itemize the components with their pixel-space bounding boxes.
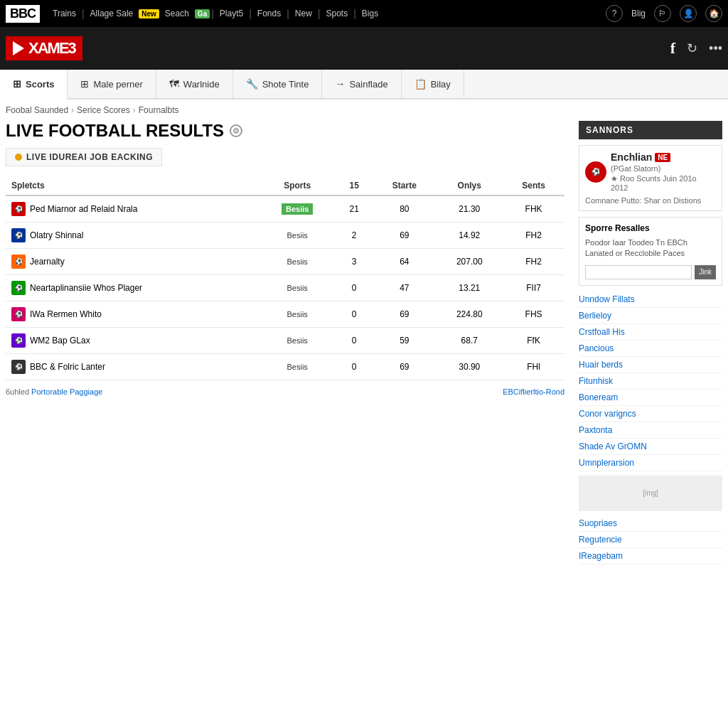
tab-maleperner[interactable]: ⊞ Male perner: [68, 70, 156, 98]
nav-sep-1: |: [82, 8, 85, 19]
nav-sep-6: |: [353, 8, 356, 19]
user-icon[interactable]: 👤: [680, 5, 697, 22]
sidebar-link-0[interactable]: Unndow Fillats: [579, 291, 722, 308]
onlys-cell-3: 13.21: [436, 275, 503, 301]
col15-cell-2: 3: [336, 249, 373, 275]
team-name-5: WM2 Bap GLax: [30, 336, 90, 346]
status-badge-0: Besiis: [282, 203, 313, 215]
bilay-tab-icon: 📋: [414, 78, 427, 90]
nav-link-new[interactable]: New: [291, 9, 316, 18]
col-header-starte: Starte: [373, 176, 436, 196]
team-cell-6[interactable]: ⚽ BBC & Folric Lanter: [6, 354, 259, 380]
sidebar-link-8[interactable]: Paxtonta: [579, 422, 722, 439]
team-name-0: Ped Miarnor ad Relaid Nrala: [30, 204, 137, 214]
status-cell-6: Besiis: [259, 354, 336, 380]
main-layout: LIVE FOOTBALL RESULTS ⚙ LIVE IDUREAI JOB…: [6, 121, 722, 564]
tab-scores[interactable]: ⊞ Scorts: [0, 70, 68, 100]
nav-sep-3: |: [249, 8, 252, 19]
nav-link-seach[interactable]: Seach: [161, 9, 193, 18]
sidebar-link-5[interactable]: Fitunhisk: [579, 373, 722, 390]
table-row: ⚽ Ped Miarnor ad Relaid Nrala Besiis2180…: [6, 196, 564, 223]
live-dot-icon: [15, 154, 22, 161]
sidebar-link-11[interactable]: Suopriaes: [579, 515, 722, 532]
tab-sainflade[interactable]: → Sainflade: [322, 70, 401, 98]
nav-link-fonds[interactable]: Fonds: [253, 9, 285, 18]
table-row: ⚽ BBC & Folric Lanter Besiis06930.90FHl: [6, 354, 564, 380]
live-badge-bar: LIVE IDUREAI JOB EACKING: [6, 148, 162, 166]
page-title-text: LIVE FOOTBALL RESULTS: [6, 121, 224, 141]
table-header-row: Spletcts Sports 15 Starte Onlys Sents: [6, 176, 564, 196]
footer-left-link[interactable]: Portorable Paggiage: [31, 387, 102, 396]
brand-right: f ↻ •••: [670, 39, 722, 58]
starte-cell-2: 64: [373, 249, 436, 275]
shote-tab-icon: 🔧: [246, 78, 258, 90]
footer-left-text: 6uhled Portorable Paggiage: [6, 387, 102, 396]
breadcrumb-2[interactable]: Serice Scores: [77, 105, 130, 115]
refresh-icon[interactable]: ↻: [687, 41, 697, 56]
more-icon[interactable]: •••: [709, 41, 722, 56]
breadcrumb-sep-1: ›: [71, 105, 74, 115]
team-name-2: Jearnalty: [30, 257, 65, 267]
footer-note: 6uhled Portorable Paggiage EBCiflierltio…: [6, 387, 564, 396]
nav-link-bigs[interactable]: Bigs: [358, 9, 382, 18]
sidebar-link-7[interactable]: Conor varigncs: [579, 406, 722, 422]
home-icon[interactable]: 🏠: [705, 5, 722, 22]
team-name-3: Neartaplinansiie Whos Plager: [30, 283, 142, 293]
sidebar-link-3[interactable]: Pancious: [579, 341, 722, 357]
blig-label[interactable]: Blig: [631, 9, 646, 18]
sidebar-link-4[interactable]: Huair berds: [579, 357, 722, 373]
nav-link-playt[interactable]: Playt5: [215, 9, 247, 18]
tab-bilay[interactable]: 📋 Bilay: [402, 70, 464, 98]
team-badge-4: ⚽: [11, 307, 26, 321]
sidebar-link-12[interactable]: Regutencie: [579, 532, 722, 548]
sidebar-link-6[interactable]: Boneream: [579, 390, 722, 406]
table-row: ⚽ Neartaplinansiie Whos Plager Besiis047…: [6, 275, 564, 301]
sidebar-link-9[interactable]: Shade Av GrOMN: [579, 439, 722, 455]
tab-bilay-label: Bilay: [431, 79, 451, 90]
col-header-spletcts: Spletcts: [6, 176, 259, 196]
sponsor-search-input[interactable]: [585, 265, 692, 279]
status-cell-0: Besiis: [259, 196, 336, 223]
footer-right-link[interactable]: EBCiflierltio-Rond: [503, 387, 564, 396]
onlys-cell-4: 224.80: [436, 301, 503, 328]
col15-cell-0: 21: [336, 196, 373, 223]
sidebar-link-2[interactable]: Crstfoall His: [579, 324, 722, 341]
bbc-logo: BBC: [6, 5, 40, 23]
tab-scores-label: Scorts: [26, 79, 54, 90]
breadcrumb-1[interactable]: Foobal Saunded: [6, 105, 68, 115]
team-cell-4[interactable]: ⚽ IWa Rermen Whito: [6, 301, 259, 328]
tab-warlnide[interactable]: 🗺 Warlnide: [156, 70, 233, 98]
status-badge-2: Besiis: [287, 257, 308, 266]
settings-icon[interactable]: ⚙: [230, 124, 242, 137]
status-cell-4: Besiis: [259, 301, 336, 328]
tab-sainflade-label: Sainflade: [349, 79, 387, 90]
col15-cell-1: 2: [336, 223, 373, 249]
page-wrapper: Foobal Saunded › Serice Scores › Fournal…: [0, 100, 728, 564]
flag-icon[interactable]: 🏳: [654, 5, 671, 22]
tab-shote-tinte[interactable]: 🔧 Shote Tinte: [233, 70, 323, 98]
sidebar-link-1[interactable]: Berlieloy: [579, 308, 722, 324]
question-icon[interactable]: ?: [606, 5, 623, 22]
sents-cell-1: FH2: [503, 223, 564, 249]
nav-link-trains[interactable]: Trains: [48, 9, 80, 18]
team-name-6: BBC & Folric Lanter: [30, 362, 105, 372]
facebook-icon[interactable]: f: [670, 39, 675, 58]
team-cell-3[interactable]: ⚽ Neartaplinansiie Whos Plager: [6, 275, 259, 301]
play-icon: [13, 41, 24, 55]
team-cell-1[interactable]: ⚽ Olatry Shinnal: [6, 223, 259, 249]
col15-cell-3: 0: [336, 275, 373, 301]
table-row: ⚽ WM2 Bap GLax Besiis05968.7FfK: [6, 328, 564, 354]
brand-bar: XAME3 f ↻ •••: [0, 27, 728, 70]
team-cell-5[interactable]: ⚽ WM2 Bap GLax: [6, 328, 259, 354]
sainflade-tab-icon: →: [335, 78, 345, 90]
nav-link-allage[interactable]: Allage Sale: [86, 9, 138, 18]
sidebar-link-13[interactable]: IReagebam: [579, 548, 722, 564]
nav-link-spots[interactable]: Spots: [322, 9, 353, 18]
team-cell-0[interactable]: ⚽ Ped Miarnor ad Relaid Nrala: [6, 196, 259, 223]
tabs-nav: ⊞ Scorts ⊞ Male perner 🗺 Warlnide 🔧 Shot…: [0, 70, 728, 100]
team-cell-2[interactable]: ⚽ Jearnalty: [6, 249, 259, 275]
table-row: ⚽ IWa Rermen Whito Besiis069224.80FHS: [6, 301, 564, 328]
sidebar-link-10[interactable]: Umnplerarsion: [579, 455, 722, 471]
starte-cell-4: 69: [373, 301, 436, 328]
sponsor-search-button[interactable]: Jink: [695, 265, 716, 279]
